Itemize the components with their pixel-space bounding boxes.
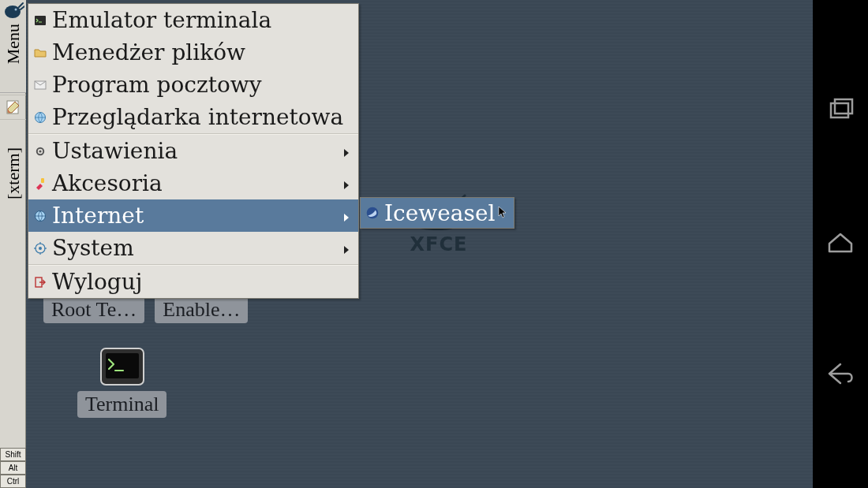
- svg-point-4: [5, 6, 21, 18]
- key-ctrl[interactable]: Ctrl: [0, 475, 26, 488]
- svg-rect-12: [41, 178, 44, 183]
- application-menu: Emulator terminala Menedżer plików Progr…: [28, 3, 359, 299]
- keyboard-modifiers: Shift Alt Ctrl: [0, 448, 26, 488]
- menu-item-label: Menedżer plików: [52, 39, 245, 65]
- desktop-shortcut[interactable]: Enable…: [155, 298, 248, 322]
- menu-item-mail[interactable]: Program pocztowy: [28, 69, 358, 101]
- xterm-label: [xterm]: [3, 147, 24, 199]
- back-button[interactable]: [825, 358, 856, 393]
- svg-point-11: [39, 150, 41, 152]
- menu-item-files[interactable]: Menedżer plików: [28, 36, 358, 69]
- accessories-icon: [33, 177, 47, 191]
- menu-item-browser[interactable]: Przeglądarka internetowa: [28, 101, 358, 133]
- shortcut-label: Terminal: [77, 391, 166, 418]
- logout-icon: [33, 275, 47, 289]
- globe-icon: [33, 209, 47, 223]
- android-navbar: [813, 0, 868, 488]
- globe-icon: [33, 110, 47, 125]
- recent-apps-button[interactable]: [825, 95, 856, 130]
- submenu-item-label: Iceweasel: [384, 200, 495, 226]
- svg-rect-22: [831, 103, 848, 117]
- home-button[interactable]: [825, 226, 856, 261]
- shortcut-label: Root Te…: [43, 296, 144, 323]
- menu-item-label: Akcesoria: [52, 170, 163, 196]
- submenu-item-iceweasel[interactable]: Iceweasel: [361, 198, 514, 228]
- menu-label: Menu: [3, 24, 24, 64]
- menu-item-label: Ustawienia: [52, 138, 178, 164]
- chevron-right-icon: [341, 203, 352, 229]
- menu-item-logout[interactable]: Wyloguj: [28, 266, 358, 298]
- svg-point-15: [39, 247, 42, 250]
- xfce-label: XFCE: [410, 233, 468, 255]
- taskbar-xterm[interactable]: [xterm]: [0, 126, 26, 221]
- menu-item-system[interactable]: System: [28, 232, 358, 264]
- svg-rect-23: [835, 99, 852, 114]
- menu-item-label: Przeglądarka internetowa: [52, 104, 343, 130]
- menu-item-label: System: [52, 235, 134, 261]
- svg-rect-2: [106, 353, 139, 378]
- terminal-icon: [33, 13, 47, 28]
- desktop-shortcut[interactable]: Root Te…: [43, 298, 144, 322]
- folder-icon: [33, 46, 47, 60]
- xfce-mouse-icon: [2, 2, 24, 20]
- terminal-icon: [99, 347, 145, 386]
- chevron-right-icon: [341, 235, 352, 261]
- mail-icon: [33, 78, 47, 92]
- menu-item-label: Emulator terminala: [52, 7, 271, 33]
- key-alt[interactable]: Alt: [0, 461, 26, 475]
- system-icon: [33, 241, 47, 255]
- menu-item-label: Wyloguj: [52, 269, 142, 295]
- gear-icon: [33, 144, 47, 158]
- left-panel: Menu [xterm] Shift Alt Ctrl: [0, 0, 26, 488]
- menu-item-accessories[interactable]: Akcesoria: [28, 167, 358, 199]
- chevron-right-icon: [341, 138, 352, 164]
- iceweasel-icon: [365, 206, 380, 220]
- menu-item-terminal[interactable]: Emulator terminala: [28, 4, 358, 36]
- desktop-shortcut-terminal[interactable]: Terminal: [77, 347, 166, 418]
- menu-item-settings[interactable]: Ustawienia: [28, 135, 358, 167]
- chevron-right-icon: [341, 170, 352, 196]
- shortcut-label: Enable…: [155, 296, 248, 323]
- submenu-internet: Iceweasel: [360, 197, 514, 229]
- menu-item-label: Internet: [52, 203, 144, 229]
- menu-button[interactable]: Menu: [0, 0, 26, 93]
- desktop-shortcut-row: Root Te… Enable…: [43, 298, 254, 322]
- svg-rect-7: [35, 16, 46, 25]
- panel-editor-slot[interactable]: [0, 95, 26, 120]
- menu-item-label: Program pocztowy: [52, 72, 262, 98]
- notepad-icon: [6, 99, 21, 115]
- svg-point-5: [14, 9, 17, 11]
- menu-item-internet[interactable]: Internet: [28, 199, 358, 232]
- key-shift[interactable]: Shift: [0, 448, 26, 461]
- cursor-icon: [498, 206, 507, 221]
